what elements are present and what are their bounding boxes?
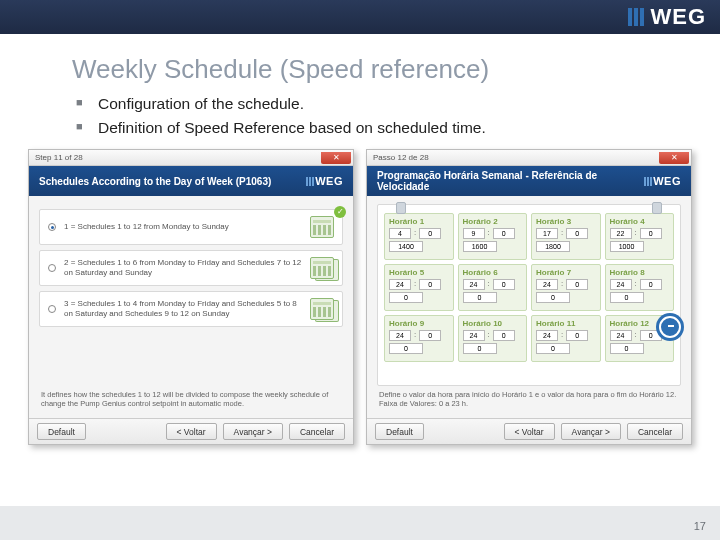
calendar-icon: [310, 257, 334, 279]
bullet-item: Configuration of the schedule.: [76, 95, 720, 113]
minute-input[interactable]: [493, 279, 515, 290]
hour-input[interactable]: [610, 279, 632, 290]
minute-input[interactable]: [419, 330, 441, 341]
minute-input[interactable]: [493, 330, 515, 341]
next-button[interactable]: Avançar >: [561, 423, 621, 440]
ribbon: Schedules According to the Day of Week (…: [29, 166, 353, 196]
colon: :: [487, 228, 491, 239]
slot-header: Horário 11: [536, 319, 596, 328]
radio-icon[interactable]: [48, 223, 56, 231]
reference-input[interactable]: [463, 343, 497, 354]
colon: :: [413, 279, 417, 290]
reference-input[interactable]: [610, 292, 644, 303]
clock-icon: [656, 313, 684, 341]
default-button[interactable]: Default: [37, 423, 86, 440]
slot-header: Horário 5: [389, 268, 449, 277]
colon: :: [560, 330, 564, 341]
time-slot: Horário 11:: [531, 315, 601, 362]
brand-logo-small: WEG: [644, 175, 681, 187]
time-slot: Horário 3:: [531, 213, 601, 260]
option-text: 1 = Schedules 1 to 12 from Monday to Sun…: [64, 222, 302, 232]
page-title: Weekly Schedule (Speed reference): [72, 54, 720, 85]
hour-input[interactable]: [463, 330, 485, 341]
reference-input[interactable]: [536, 241, 570, 252]
slot-header: Horário 4: [610, 217, 670, 226]
radio-icon[interactable]: [48, 264, 56, 272]
reference-input[interactable]: [610, 241, 644, 252]
minute-input[interactable]: [419, 228, 441, 239]
reference-input[interactable]: [389, 241, 423, 252]
hour-input[interactable]: [389, 228, 411, 239]
brand-logo-small: WEG: [306, 175, 343, 187]
minute-input[interactable]: [419, 279, 441, 290]
step-label: Passo 12 de 28: [373, 153, 429, 162]
slot-header: Horário 8: [610, 268, 670, 277]
colon: :: [634, 279, 638, 290]
wizard-footer: Default < Voltar Avançar > Cancelar: [367, 418, 691, 444]
reference-input[interactable]: [463, 241, 497, 252]
time-slot: Horário 5:: [384, 264, 454, 311]
back-button[interactable]: < Voltar: [166, 423, 217, 440]
hour-input[interactable]: [610, 330, 632, 341]
slot-header: Horário 6: [463, 268, 523, 277]
window-titlebar: Passo 12 de 28 ✕: [367, 150, 691, 166]
check-icon: ✓: [334, 206, 346, 218]
slot-header: Horário 3: [536, 217, 596, 226]
time-slot: Horário 8:: [605, 264, 675, 311]
header-bar: WEG: [0, 0, 720, 34]
cancel-button[interactable]: Cancelar: [289, 423, 345, 440]
colon: :: [413, 228, 417, 239]
schedule-option[interactable]: 1 = Schedules 1 to 12 from Monday to Sun…: [39, 209, 343, 245]
minute-input[interactable]: [566, 228, 588, 239]
colon: :: [560, 228, 564, 239]
back-button[interactable]: < Voltar: [504, 423, 555, 440]
wizard-footer: Default < Voltar Avançar > Cancelar: [29, 418, 353, 444]
minute-input[interactable]: [640, 228, 662, 239]
window-titlebar: Step 11 of 28 ✕: [29, 150, 353, 166]
minute-input[interactable]: [566, 330, 588, 341]
hint-text: Define o valor da hora para início do Ho…: [377, 386, 681, 410]
time-slot: Horário 7:: [531, 264, 601, 311]
minute-input[interactable]: [566, 279, 588, 290]
brand-logo: WEG: [628, 4, 706, 30]
hour-input[interactable]: [389, 279, 411, 290]
hour-input[interactable]: [536, 228, 558, 239]
radio-icon[interactable]: [48, 305, 56, 313]
reference-input[interactable]: [389, 292, 423, 303]
ribbon: Programação Horária Semanal - Referência…: [367, 166, 691, 196]
colon: :: [634, 330, 638, 341]
schedule-option[interactable]: 3 = Schedules 1 to 4 from Monday to Frid…: [39, 291, 343, 327]
calendar-icon: [310, 298, 334, 320]
minute-input[interactable]: [640, 279, 662, 290]
page-number: 17: [694, 520, 706, 532]
reference-input[interactable]: [536, 343, 570, 354]
time-slot: Horário 2:: [458, 213, 528, 260]
next-button[interactable]: Avançar >: [223, 423, 283, 440]
slot-header: Horário 1: [389, 217, 449, 226]
colon: :: [413, 330, 417, 341]
bullet-item: Definition of Speed Reference based on s…: [76, 119, 720, 137]
slot-header: Horário 2: [463, 217, 523, 226]
colon: :: [634, 228, 638, 239]
hour-input[interactable]: [463, 279, 485, 290]
reference-input[interactable]: [463, 292, 497, 303]
reference-input[interactable]: [389, 343, 423, 354]
hour-input[interactable]: [463, 228, 485, 239]
weekly-calendar: Horário 1:Horário 2:Horário 3:Horário 4:…: [377, 204, 681, 386]
default-button[interactable]: Default: [375, 423, 424, 440]
time-slot: Horário 1:: [384, 213, 454, 260]
hour-input[interactable]: [536, 330, 558, 341]
hour-input[interactable]: [536, 279, 558, 290]
reference-input[interactable]: [536, 292, 570, 303]
hour-input[interactable]: [389, 330, 411, 341]
ribbon-title: Programação Horária Semanal - Referência…: [377, 170, 644, 192]
hour-input[interactable]: [610, 228, 632, 239]
close-icon[interactable]: ✕: [321, 152, 351, 164]
close-icon[interactable]: ✕: [659, 152, 689, 164]
minute-input[interactable]: [493, 228, 515, 239]
cancel-button[interactable]: Cancelar: [627, 423, 683, 440]
schedule-option[interactable]: 2 = Schedules 1 to 6 from Monday to Frid…: [39, 250, 343, 286]
time-slot: Horário 10:: [458, 315, 528, 362]
slot-header: Horário 7: [536, 268, 596, 277]
reference-input[interactable]: [610, 343, 644, 354]
